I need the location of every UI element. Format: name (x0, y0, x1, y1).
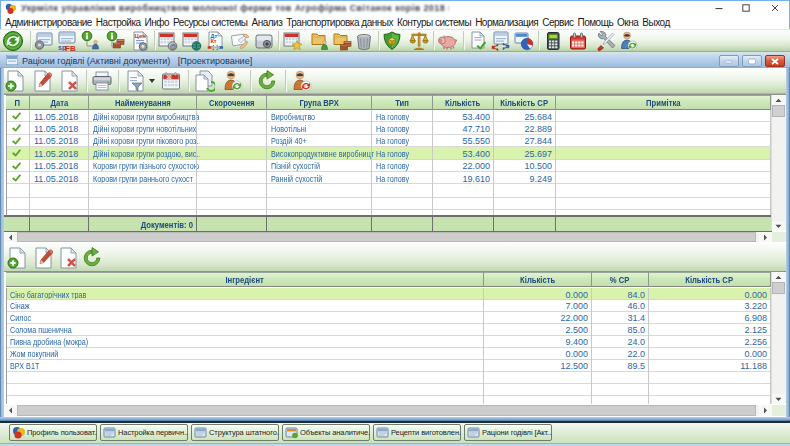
svg-text:30: 30 (167, 75, 173, 80)
svg-text:FB: FB (65, 44, 76, 52)
svg-text:Цен: Цен (135, 33, 147, 39)
svg-text:@: @ (170, 43, 177, 50)
svg-text:Кт: Кт (211, 38, 217, 44)
